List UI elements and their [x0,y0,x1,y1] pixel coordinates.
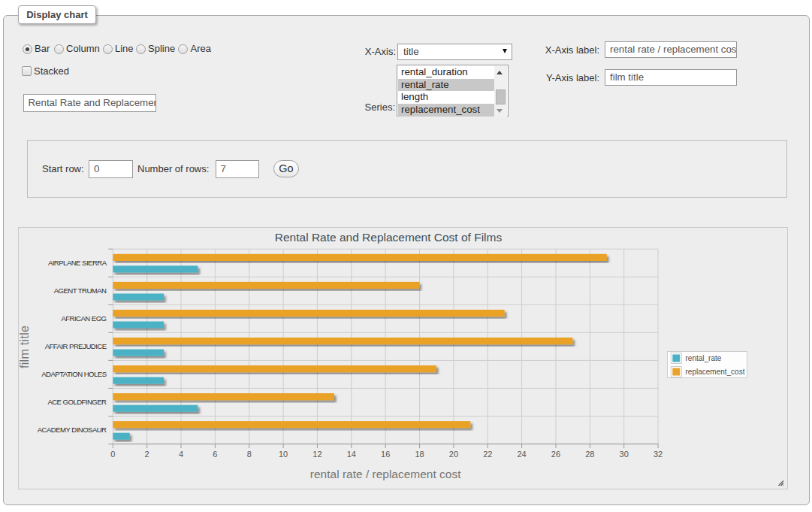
svg-text:26: 26 [551,450,560,459]
svg-text:24: 24 [517,450,526,459]
svg-text:14: 14 [347,450,356,459]
svg-text:32: 32 [654,450,663,459]
svg-text:16: 16 [381,450,390,459]
svg-text:20: 20 [449,450,458,459]
svg-text:4: 4 [179,450,183,459]
svg-text:AFFAIR PREJUDICE: AFFAIR PREJUDICE [45,342,107,350]
svg-text:30: 30 [620,450,629,459]
svg-text:Rental Rate and Replacement Co: Rental Rate and Replacement Cost of Film… [275,231,503,244]
svg-text:ADAPTATION HOLES: ADAPTATION HOLES [41,370,106,378]
svg-text:8: 8 [247,450,252,459]
svg-text:28: 28 [585,450,594,459]
svg-text:rental rate / replacement cost: rental rate / replacement cost [310,468,461,480]
svg-text:18: 18 [415,450,424,459]
svg-text:22: 22 [483,450,492,459]
svg-text:AGENT TRUMAN: AGENT TRUMAN [54,286,107,295]
svg-text:AFRICAN EGG: AFRICAN EGG [61,314,106,323]
svg-text:ACADEMY DINOSAUR: ACADEMY DINOSAUR [38,426,107,434]
svg-text:10: 10 [279,450,288,459]
svg-text:2: 2 [145,450,149,459]
svg-text:6: 6 [213,450,217,459]
svg-text:film title: film title [19,326,31,368]
svg-text:0: 0 [110,450,115,459]
svg-text:AIRPLANE SIERRA: AIRPLANE SIERRA [48,259,107,267]
svg-text:12: 12 [312,450,321,459]
svg-text:replacement_cost: replacement_cost [686,368,745,376]
svg-text:ACE GOLDFINGER: ACE GOLDFINGER [47,398,107,406]
svg-text:rental_rate: rental_rate [686,354,722,362]
